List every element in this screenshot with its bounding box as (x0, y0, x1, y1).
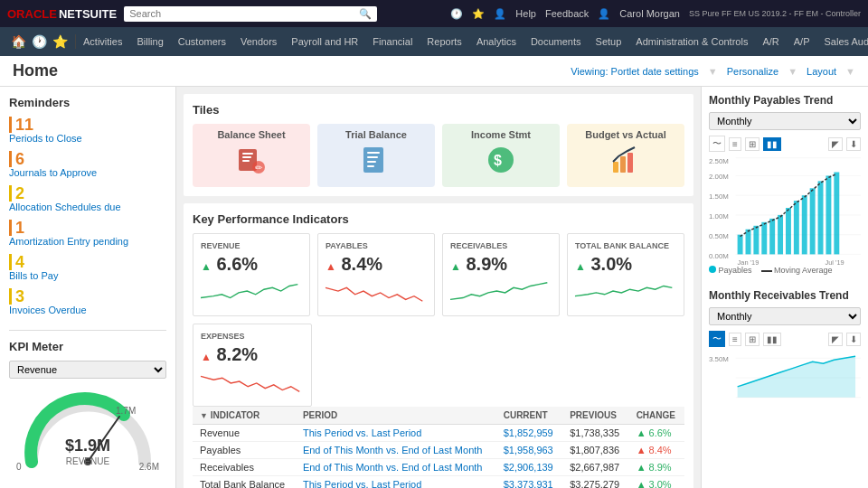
kpi-meter-select[interactable]: Revenue Payables Receivables (9, 361, 166, 379)
bar-line-btn[interactable]: ≡ (729, 137, 741, 151)
nav-sales-audit[interactable]: Sales Audit (816, 27, 868, 56)
home-icon[interactable]: 🏠 (11, 34, 26, 49)
nav-reports[interactable]: Reports (420, 27, 469, 56)
svg-rect-11 (367, 161, 376, 163)
payables-chart-legend: Payables Moving Average (709, 266, 861, 275)
reminder-1[interactable]: 11 Periods to Close (9, 117, 166, 144)
clock-icon[interactable]: 🕐 (450, 8, 463, 20)
table-row: Revenue This Period vs. Last Period $1,8… (193, 425, 684, 442)
svg-rect-3 (242, 153, 253, 155)
svg-rect-30 (738, 235, 743, 255)
bar-chart-btn[interactable]: ▮▮ (763, 137, 781, 151)
chart-toolbar-payables: 〜 ≡ ⊞ ▮▮ ◤ ⬇ (709, 136, 861, 152)
nav-vendors[interactable]: Vendors (233, 27, 284, 56)
star-nav-icon[interactable]: ⭐ (52, 34, 68, 49)
svg-rect-5 (242, 160, 250, 162)
nav-setup[interactable]: Setup (589, 27, 629, 56)
feedback-link[interactable]: Feedback (545, 8, 589, 19)
kpi-table: ▼ INDICATOR PERIOD CURRENT PREVIOUS CHAN… (193, 407, 684, 488)
nav-payroll[interactable]: Payroll and HR (284, 27, 365, 56)
svg-rect-15 (613, 162, 618, 173)
reminder-3[interactable]: 2 Allocation Schedules due (9, 185, 166, 212)
star-icon[interactable]: ⭐ (472, 8, 485, 20)
area-chart-btn-r[interactable]: ◤ (828, 333, 843, 346)
svg-rect-41 (826, 175, 831, 254)
oracle-logo: ORACLE NETSUITE (7, 7, 117, 21)
viewing-label[interactable]: Viewing: Portlet date settings (571, 66, 699, 77)
nav-activities[interactable]: Activities (76, 27, 129, 56)
user-icon[interactable]: 👤 (494, 8, 506, 20)
monthly-receivables-section: Monthly Receivables Trend Monthly Weekly… (709, 289, 861, 459)
payables-legend-item: Payables (709, 266, 752, 275)
line-chart-btn-r[interactable]: 〜 (709, 331, 725, 347)
tile-income-stmt[interactable]: Income Stmt $ (442, 124, 560, 187)
reminders-title: Reminders (9, 96, 166, 109)
center-content: Tiles Balance Sheet ✏ (176, 87, 701, 488)
svg-rect-36 (786, 208, 791, 254)
payables-chart-area: 0.00M 0.50M 1.00M 1.50M 2.00M 2.50M (709, 155, 861, 264)
table-row: Total Bank Balance This Period vs. Last … (193, 476, 684, 489)
gauge-value: $1.9M (65, 436, 110, 455)
gauge-label: REVENUE (66, 456, 109, 466)
table-view-btn[interactable]: ⊞ (745, 137, 760, 151)
bar-line-btn-r[interactable]: ≡ (729, 333, 741, 346)
personalize-button[interactable]: Personalize (727, 66, 778, 77)
reminder-5[interactable]: 4 Bills to Pay (9, 254, 166, 281)
download-btn[interactable]: ⬇ (846, 137, 861, 151)
help-link[interactable]: Help (515, 8, 536, 19)
svg-text:2.50M: 2.50M (709, 157, 729, 165)
table-row: Receivables End of This Month vs. End of… (193, 459, 684, 476)
nav-billing[interactable]: Billing (129, 27, 170, 56)
reminder-2[interactable]: 6 Journals to Approve (9, 151, 166, 178)
kpi-bank-balance: TOTAL BANK BALANCE ▲ 3.0% (567, 233, 684, 316)
nav-analytics[interactable]: Analytics (469, 27, 524, 56)
svg-rect-16 (620, 156, 626, 173)
th-period[interactable]: PERIOD (296, 407, 496, 425)
kpi-title: Key Performance Indicators (193, 212, 684, 226)
svg-text:Jan '19: Jan '19 (738, 258, 760, 267)
moving-avg-legend-item: Moving Average (761, 266, 833, 275)
nav-ar[interactable]: A/R (755, 27, 786, 56)
th-current[interactable]: CURRENT (496, 407, 562, 425)
layout-button[interactable]: Layout (807, 66, 836, 77)
top-right-actions: 🕐 ⭐ 👤 Help Feedback 👤 Carol Morgan SS Pu… (450, 8, 861, 20)
nav-financial[interactable]: Financial (365, 27, 420, 56)
tile-balance-sheet[interactable]: Balance Sheet ✏ (193, 124, 310, 187)
reminders-section: Reminders 11 Periods to Close 6 Journals… (9, 96, 166, 315)
bar-chart-btn-r[interactable]: ▮▮ (763, 333, 781, 346)
receivables-trend-select[interactable]: Monthly Weekly Quarterly (709, 307, 861, 325)
balance-sheet-icon: ✏ (235, 144, 268, 182)
monthly-payables-section: Monthly Payables Trend Monthly Weekly Qu… (709, 94, 861, 275)
svg-rect-39 (810, 188, 816, 254)
clock-nav-icon[interactable]: 🕐 (32, 34, 47, 49)
table-view-btn-r[interactable]: ⊞ (745, 333, 760, 346)
user-avatar: 👤 (598, 8, 610, 20)
search-bar[interactable]: 🔍 (124, 6, 377, 22)
svg-text:2.00M: 2.00M (709, 173, 729, 181)
payables-trend-select[interactable]: Monthly Weekly Quarterly (709, 112, 861, 130)
reminder-4[interactable]: 1 Amortization Entry pending (9, 220, 166, 247)
nav-ap[interactable]: A/P (787, 27, 817, 56)
search-input[interactable] (129, 8, 359, 19)
line-chart-btn[interactable]: 〜 (709, 136, 725, 152)
main-content: Reminders 11 Periods to Close 6 Journals… (0, 87, 868, 488)
svg-rect-10 (367, 156, 378, 158)
kpi-payables: PAYABLES ▲ 8.4% (317, 233, 435, 316)
nav-documents[interactable]: Documents (524, 27, 589, 56)
tile-budget-vs-actual[interactable]: Budget vs Actual (567, 124, 684, 187)
th-change[interactable]: CHANGE (629, 407, 684, 425)
svg-rect-9 (367, 152, 380, 154)
income-stmt-icon: $ (485, 144, 517, 182)
tile-trial-balance[interactable]: Trial Balance (317, 124, 435, 187)
area-chart-btn[interactable]: ◤ (828, 137, 843, 151)
payables-chart-svg: 0.00M 0.50M 1.00M 1.50M 2.00M 2.50M (709, 155, 861, 264)
nav-customers[interactable]: Customers (171, 27, 233, 56)
download-btn-r[interactable]: ⬇ (846, 333, 861, 346)
kpi-meter-title: KPI Meter (9, 340, 166, 353)
moving-avg-line (761, 270, 772, 272)
nav-admin[interactable]: Administration & Controls (628, 27, 755, 56)
th-previous[interactable]: PREVIOUS (562, 407, 628, 425)
kpi-row2: EXPENSES ▲ 8.2% (193, 324, 684, 407)
th-indicator[interactable]: ▼ INDICATOR (193, 407, 296, 425)
reminder-6[interactable]: 3 Invoices Overdue (9, 288, 166, 315)
